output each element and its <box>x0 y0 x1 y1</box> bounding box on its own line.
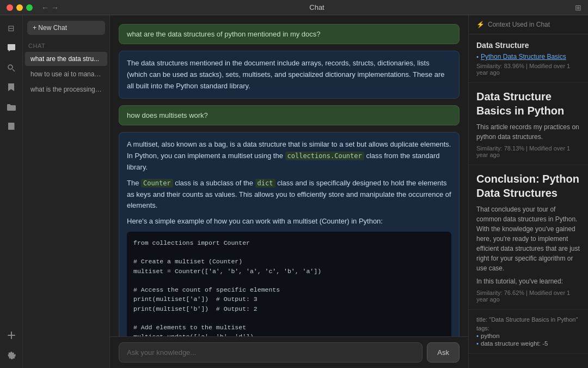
window-icon: ⊞ <box>575 3 581 12</box>
context-sec1-title: Data Structure <box>476 41 580 50</box>
context-tags-title-row: title: "Data Structure Basics in Python" <box>476 316 580 323</box>
sidebar: + New Chat Chat what are the data stru..… <box>23 15 110 368</box>
settings-button[interactable] <box>3 346 20 364</box>
context-sec2-big-title: Data Structure Basics in Python <box>476 89 580 118</box>
context-tag-1: • python <box>476 333 580 339</box>
context-section-4: title: "Data Structure Basics in Python"… <box>469 310 588 354</box>
svg-line-1 <box>13 69 15 71</box>
sidebar-item-1[interactable]: what are the data stru... <box>25 52 107 66</box>
inline-code-2: Counter <box>141 179 173 188</box>
new-chat-button[interactable]: + New Chat <box>27 21 105 35</box>
context-sec3-meta: Similarity: 76.62% | Modified over 1 yea… <box>476 289 580 303</box>
code-block: from collections import Counter # Create… <box>127 232 451 336</box>
context-sec1-link-row: • Python Data Structure Basics <box>476 53 580 61</box>
navigation-arrows: ← → <box>41 3 59 12</box>
context-panel: ⚡ Context Used in Chat Data Structure • … <box>468 15 588 368</box>
context-tag-2: • data structure weight: -5 <box>476 340 580 347</box>
ask-button[interactable]: Ask <box>427 342 460 363</box>
inline-code-1: collections.Counter <box>285 152 364 160</box>
main-area: what are the data structures of python m… <box>110 15 468 368</box>
app-body: ⊟ <box>0 15 588 368</box>
close-button[interactable] <box>7 4 13 11</box>
user-message-2: how does multisets work? <box>119 105 460 125</box>
window-title: Chat <box>63 3 571 11</box>
forward-arrow[interactable]: → <box>51 3 59 12</box>
context-header: ⚡ Context Used in Chat <box>469 15 588 34</box>
sidebar-item-2[interactable]: how to use ai to manag... <box>25 67 107 81</box>
svg-point-0 <box>8 65 13 69</box>
traffic-lights <box>7 4 33 11</box>
context-sec2-meta: Similarity: 78.13% | Modified over 1 yea… <box>476 145 580 158</box>
context-header-label: Context Used in Chat <box>488 21 550 28</box>
tags-title-label: title: <box>476 316 487 323</box>
titlebar: ← → Chat ⊞ <box>0 0 588 15</box>
assistant-message-2: A multiset, also known as a bag, is a da… <box>119 132 460 336</box>
assistant-para-3: Here's a simple example of how you can w… <box>127 216 451 227</box>
sidebar-section-label: Chat <box>23 40 109 51</box>
context-sec1-meta: Similarity: 83.96% | Modified over 1 yea… <box>476 63 580 76</box>
chat-input-area: Ask <box>110 336 468 368</box>
context-section-3: Conclusion: Python Data Structures That … <box>469 165 588 310</box>
context-sec1-link[interactable]: Python Data Structure Basics <box>481 53 566 61</box>
maximize-button[interactable] <box>26 4 33 11</box>
inline-code-3: dict <box>255 179 275 188</box>
user-message-1: what are the data structures of python m… <box>119 24 460 44</box>
sidebar-item-book[interactable] <box>3 118 20 135</box>
context-tags-label: tags: <box>476 325 580 331</box>
sidebar-item-bookmark[interactable] <box>3 79 20 96</box>
sidebar-item-home[interactable]: ⊟ <box>3 20 20 37</box>
assistant-para-2: The Counter class is a subclass of the d… <box>127 178 451 212</box>
context-section-1: Data Structure • Python Data Structure B… <box>469 34 588 83</box>
context-icon: ⚡ <box>476 21 485 28</box>
bullet-icon-3: • <box>476 340 479 347</box>
chat-messages[interactable]: what are the data structures of python m… <box>110 15 468 336</box>
context-section-2: Data Structure Basics in Python This art… <box>469 83 588 165</box>
bullet-icon-1: • <box>476 53 479 60</box>
icon-bar: ⊟ <box>0 15 23 368</box>
assistant-para-1: A multiset, also known as a bag, is a da… <box>127 139 451 173</box>
sidebar-item-chat[interactable] <box>3 39 20 57</box>
context-sec3-body2: In this tutorial, you've learned: <box>476 276 580 286</box>
sidebar-header: + New Chat <box>23 15 109 40</box>
minimize-button[interactable] <box>16 4 23 11</box>
assistant-message-1: The data structures mentioned in the doc… <box>119 51 460 99</box>
context-tag-2-text: data structure weight: -5 <box>481 340 548 347</box>
svg-rect-3 <box>11 331 12 339</box>
chat-input[interactable] <box>119 342 422 363</box>
icon-bar-bottom <box>3 327 20 364</box>
sidebar-item-folder[interactable] <box>3 98 20 116</box>
context-tag-1-text: python <box>481 333 500 339</box>
context-sec2-body: This article records my practices on pyt… <box>476 122 580 142</box>
sidebar-item-search[interactable] <box>3 59 20 76</box>
add-library-button[interactable] <box>3 327 20 344</box>
bullet-icon-2: • <box>476 333 479 339</box>
context-sec3-big-title: Conclusion: Python Data Structures <box>476 172 580 200</box>
context-sec3-body: That concludes your tour of common data … <box>476 204 580 273</box>
tags-title-value: "Data Structure Basics in Python" <box>489 316 578 323</box>
sidebar-item-3[interactable]: what is the processing ... <box>25 82 107 96</box>
back-arrow[interactable]: ← <box>41 3 49 12</box>
